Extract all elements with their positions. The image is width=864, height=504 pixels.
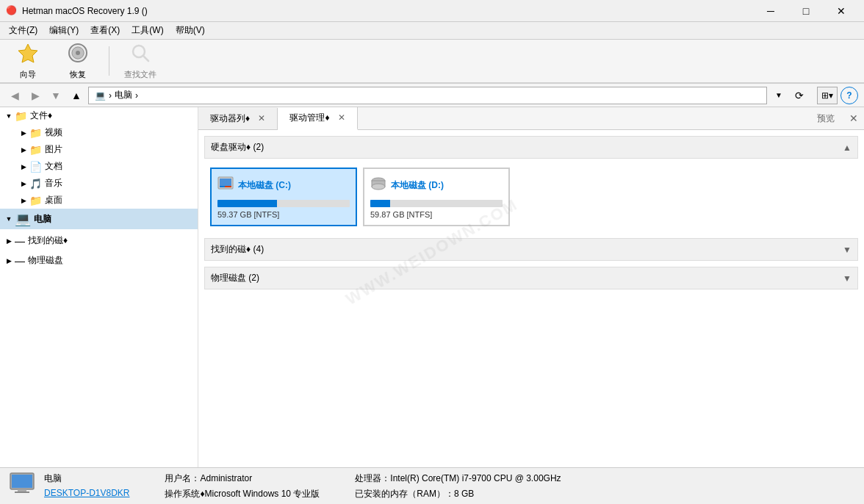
status-user-label: 用户名：	[165, 473, 200, 483]
drive-c-name: 本地磁盘 (C:)	[238, 179, 291, 192]
sidebar-item-physical[interactable]: ▶ — 物理磁盘	[0, 252, 198, 269]
sidebar-item-found[interactable]: ▶ — 找到的磁♦	[0, 232, 198, 249]
menu-bar: 文件(Z) 编辑(Y) 查看(X) 工具(W) 帮助(V)	[0, 22, 864, 40]
status-ram-label: 已安装的内存（RAM）：	[355, 489, 454, 499]
drive-card-c-header: 本地磁盘 (C:)	[217, 175, 350, 195]
preview-label: 预览	[808, 108, 843, 129]
expand-computer-icon[interactable]: ▼	[3, 213, 15, 225]
status-os: 操作系统♦Microsoft Windows 10 专业版	[165, 488, 320, 500]
tab-drive-manager-close[interactable]: ✕	[338, 112, 345, 123]
maximize-button[interactable]: □	[789, 0, 823, 22]
sidebar-item-files[interactable]: ▼ 📁 文件♦	[0, 107, 198, 124]
tab-drive-list[interactable]: 驱动器列♦ ✕	[198, 108, 278, 129]
expand-video-icon[interactable]: ▶	[18, 127, 29, 139]
tab-drive-list-label: 驱动器列♦	[210, 113, 250, 123]
menu-tools[interactable]: 工具(W)	[126, 22, 169, 39]
breadcrumb-separator: ›	[109, 90, 112, 101]
expand-music-icon[interactable]: ▶	[18, 178, 29, 190]
svg-rect-15	[12, 475, 32, 488]
section-hdd-toggle[interactable]: ▲	[843, 143, 852, 153]
minimize-button[interactable]: ─	[754, 0, 788, 22]
status-cpu: 处理器：Intel(R) Core(TM) i7-9700 CPU @ 3.00…	[355, 472, 561, 485]
tab-drive-list-close[interactable]: ✕	[258, 113, 265, 123]
up-button[interactable]: ▲	[68, 87, 85, 104]
address-dropdown-button[interactable]: ▼	[770, 87, 788, 104]
refresh-button[interactable]: ⟳	[791, 87, 808, 104]
sidebar-item-image[interactable]: ▶ 📁 图片	[12, 141, 198, 158]
svg-line-6	[143, 56, 148, 61]
section-found-title: 找到的磁♦ (4)	[211, 243, 843, 256]
address-box[interactable]: 💻 › 电脑 ›	[88, 87, 767, 104]
restore-icon	[68, 43, 88, 68]
window-controls: ─ □ ✕	[754, 0, 858, 22]
expand-found-icon[interactable]: ▶	[3, 235, 15, 247]
section-physical-toggle[interactable]: ▼	[843, 273, 852, 284]
drive-card-c[interactable]: 本地磁盘 (C:) 59.37 GB [NTFS]	[210, 168, 357, 226]
sidebar-item-video[interactable]: ▶ 📁 视频	[12, 124, 198, 141]
drive-card-d-header: 本地磁盘 (D:)	[370, 175, 503, 195]
section-hdd-title: 硬盘驱动♦ (2)	[211, 141, 843, 154]
breadcrumb-computer: 电脑	[115, 89, 132, 101]
sidebar-computer-label: 电脑	[34, 213, 51, 226]
sidebar-item-desktop[interactable]: ▶ 📁 桌面	[12, 192, 198, 209]
app-icon: 🔴	[6, 5, 18, 17]
status-bar: 电脑 DESKTOP-D1V8DKR 用户名：Administrator 操作系…	[0, 467, 864, 504]
status-user-value: Administrator	[200, 473, 252, 483]
folder-icon: 📁	[15, 110, 27, 122]
back-button[interactable]: ◀	[6, 87, 24, 104]
section-found-toggle[interactable]: ▼	[843, 245, 852, 255]
sidebar-files-label: 文件♦	[30, 109, 52, 122]
expand-physical-icon[interactable]: ▶	[3, 255, 15, 267]
wizard-label: 向导	[20, 69, 36, 80]
section-hdd-header[interactable]: 硬盘驱动♦ (2) ▲	[204, 136, 858, 159]
tab-bar: 驱动器列♦ ✕ 驱动管理♦ ✕ 预览 ✕	[198, 107, 864, 130]
expand-docs-icon[interactable]: ▶	[18, 161, 29, 173]
menu-edit[interactable]: 编辑(Y)	[43, 22, 84, 39]
sidebar-image-label: 图片	[45, 143, 62, 156]
wizard-icon	[18, 43, 38, 68]
preview-close-button[interactable]: ✕	[843, 108, 864, 129]
menu-view[interactable]: 查看(X)	[84, 22, 126, 39]
status-cpu-value: Intel(R) Core(TM) i7-9700 CPU @ 3.00GHz	[390, 473, 561, 483]
status-user: 用户名：Administrator	[165, 472, 320, 485]
find-file-button[interactable]: 查找文件	[118, 42, 162, 80]
menu-file[interactable]: 文件(Z)	[3, 22, 43, 39]
sidebar-item-docs[interactable]: ▶ 📄 文档	[12, 158, 198, 175]
status-computer-label: 电脑	[44, 472, 129, 485]
down-button[interactable]: ▼	[47, 87, 65, 104]
restore-button[interactable]: 恢复	[56, 42, 100, 80]
address-bar: ◀ ▶ ▼ ▲ 💻 › 电脑 › ▼ ⟳ ⊞▾ ?	[0, 84, 864, 107]
image-folder-icon: 📁	[29, 144, 42, 156]
status-ram-value: 8 GB	[454, 489, 474, 499]
section-found-header[interactable]: 找到的磁♦ (4) ▼	[204, 238, 858, 261]
sidebar-docs-label: 文档	[45, 160, 62, 173]
drive-d-fill	[370, 200, 390, 207]
drive-c-progress	[217, 200, 350, 207]
sidebar-item-music[interactable]: ▶ 🎵 音乐	[12, 175, 198, 192]
drive-d-name: 本地磁盘 (D:)	[391, 179, 444, 192]
status-computer-icon	[9, 470, 35, 503]
expand-image-icon[interactable]: ▶	[18, 144, 29, 156]
status-col-user: 用户名：Administrator 操作系统♦Microsoft Windows…	[165, 472, 320, 500]
expand-desktop-icon[interactable]: ▶	[18, 195, 29, 206]
view-mode-button[interactable]: ⊞▾	[817, 87, 838, 104]
svg-point-4	[76, 51, 80, 55]
menu-help[interactable]: 帮助(V)	[170, 22, 211, 39]
svg-marker-0	[18, 44, 37, 62]
drive-card-d[interactable]: 本地磁盘 (D:) 59.87 GB [NTFS]	[363, 168, 510, 226]
wizard-button[interactable]: 向导	[6, 42, 50, 80]
svg-rect-17	[15, 492, 29, 493]
section-physical-header[interactable]: 物理磁盘 (2) ▼	[204, 267, 858, 289]
sidebar-item-computer[interactable]: ▼ 💻 电脑	[0, 209, 198, 229]
section-physical-title: 物理磁盘 (2)	[211, 272, 843, 284]
close-button[interactable]: ✕	[824, 0, 858, 22]
expand-files-icon[interactable]: ▼	[3, 110, 15, 122]
tab-drive-manager[interactable]: 驱动管理♦ ✕	[278, 107, 357, 130]
forward-button[interactable]: ▶	[26, 87, 44, 104]
restore-label: 恢复	[70, 69, 86, 80]
help-button[interactable]: ?	[840, 87, 858, 104]
drive-c-info: 59.37 GB [NTFS]	[217, 210, 350, 219]
drive-c-fill	[217, 200, 277, 207]
status-computer-link[interactable]: DESKTOP-D1V8DKR	[44, 488, 129, 498]
music-icon: 🎵	[29, 178, 42, 190]
